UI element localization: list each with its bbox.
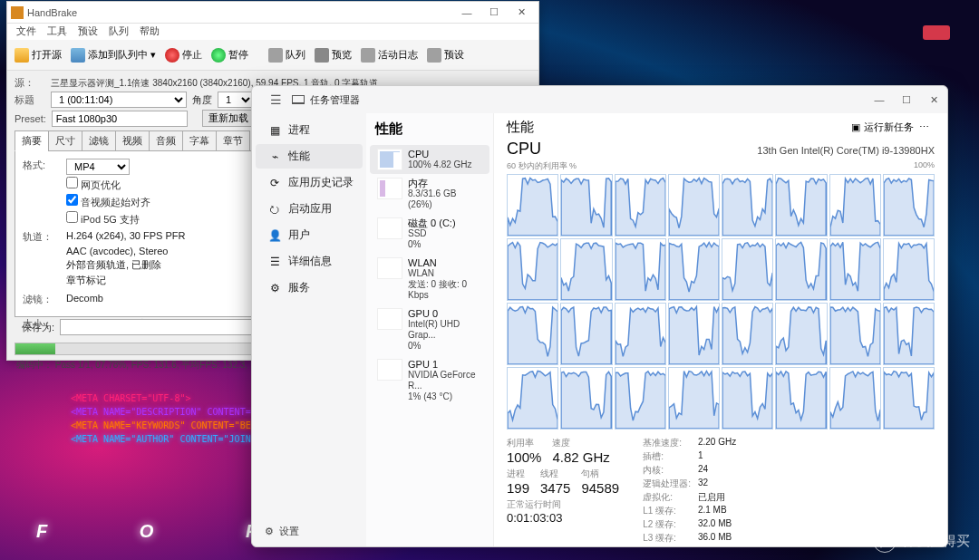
tb-open-source[interactable]: 打开源 — [11, 45, 65, 65]
format-label: 格式: — [23, 159, 66, 175]
hb-app-icon — [11, 6, 24, 19]
tb-stop[interactable]: 停止 — [161, 45, 206, 65]
perf-item-gpu-1[interactable]: GPU 1NVIDIA GeForce R...1% (43 °C) — [370, 355, 490, 406]
stat-util: 100% — [507, 449, 541, 465]
menu-tools[interactable]: 工具 — [42, 24, 73, 40]
tb-preset[interactable]: 预设 — [423, 45, 468, 65]
pause-icon — [211, 48, 226, 63]
cpu-core-cell — [883, 174, 935, 237]
legend-left: 60 秒内的利用率 % — [507, 160, 577, 172]
queue-add-icon — [71, 48, 85, 63]
services-icon: ⚙ — [268, 282, 281, 294]
cpu-core-cell — [615, 174, 666, 237]
main-title: 性能 — [507, 119, 851, 136]
saveas-label: 保存为: — [22, 321, 54, 334]
cpu-core-cell — [829, 303, 881, 365]
sidebar-item-settings[interactable]: ⚙设置 — [252, 519, 366, 543]
cpu-name: 13th Gen Intel(R) Core(TM) i9-13980HX — [757, 145, 935, 156]
perf-thumb-icon — [377, 217, 402, 239]
stat-proc: 199 — [507, 480, 529, 496]
tm-app-title: 任务管理器 — [310, 93, 360, 107]
tm-app-icon — [292, 95, 305, 104]
hb-toolbar: 打开源 添加到队列中▾ 停止 暂停 队列 预览 活动日志 预设 — [7, 40, 538, 71]
cpu-core-cell — [883, 367, 935, 430]
menu-queue[interactable]: 队列 — [103, 24, 134, 40]
folder-icon — [15, 48, 29, 63]
tb-pause[interactable]: 暂停 — [208, 45, 252, 65]
title-label: 标题 — [15, 93, 45, 107]
perf-item--[interactable]: 内存8.3/31.6 GB (26%) — [370, 174, 490, 214]
perf-item--0-c-[interactable]: 磁盘 0 (C:)SSD0% — [370, 214, 490, 254]
tab-summary[interactable]: 摘要 — [15, 130, 49, 151]
perf-item-cpu[interactable]: CPU100% 4.82 GHz — [370, 145, 490, 174]
cpu-core-cell — [668, 303, 720, 365]
tm-close-button[interactable]: ✕ — [920, 90, 947, 110]
sidebar-item-performance[interactable]: ⌁性能 — [256, 144, 363, 169]
preset-label: Preset: — [15, 113, 46, 124]
hamburger-icon[interactable]: ☰ — [259, 92, 292, 107]
tab-filters[interactable]: 滤镜 — [82, 130, 116, 151]
preset-input[interactable] — [52, 111, 188, 127]
track-1: AAC (avcodec), Stereo — [66, 246, 169, 256]
cpu-core-grid — [507, 174, 935, 430]
minimize-button[interactable]: — — [453, 3, 480, 23]
sidebar-item-processes[interactable]: ▦进程 — [256, 118, 363, 142]
perf-item-gpu-0[interactable]: GPU 0Intel(R) UHD Grap...0% — [370, 304, 490, 355]
preview-icon — [315, 48, 329, 63]
angle-select[interactable]: 1 — [218, 92, 254, 108]
format-select[interactable]: MP4 — [66, 159, 130, 175]
perf-thumb-icon — [377, 308, 402, 330]
tb-add-queue[interactable]: 添加到队列中▾ — [67, 45, 160, 65]
cpu-core-cell — [560, 238, 612, 301]
cpu-core-cell — [722, 174, 773, 237]
tm-minimize-button[interactable]: — — [866, 90, 893, 110]
processes-icon: ▦ — [268, 124, 281, 137]
sidebar-item-history[interactable]: ⟳应用历史记录 — [256, 170, 363, 195]
users-icon: 👤 — [268, 229, 281, 242]
chk-avalign[interactable]: 音视频起始对齐 — [66, 194, 150, 209]
menu-help[interactable]: 帮助 — [134, 24, 165, 40]
cpu-core-cell — [560, 174, 612, 237]
maximize-button[interactable]: ☐ — [480, 3, 508, 23]
tb-preview[interactable]: 预览 — [311, 45, 355, 65]
cpu-core-cell — [615, 367, 666, 430]
chk-ipod[interactable]: iPod 5G 支持 — [66, 211, 140, 227]
tb-queue[interactable]: 队列 — [265, 45, 309, 65]
close-button[interactable]: ✕ — [508, 3, 535, 23]
tab-dimensions[interactable]: 尺寸 — [48, 130, 82, 151]
more-button[interactable]: ⋯ — [914, 121, 935, 133]
tab-video[interactable]: 视频 — [115, 130, 150, 151]
sidebar-item-details[interactable]: ☰详细信息 — [256, 249, 363, 274]
menu-file[interactable]: 文件 — [11, 24, 42, 40]
tb-log[interactable]: 活动日志 — [357, 45, 422, 65]
hb-title: HandBrake — [27, 7, 453, 18]
tab-chapters[interactable]: 章节 — [216, 130, 250, 151]
reload-button[interactable]: 重新加载 — [202, 110, 255, 127]
cpu-core-cell — [883, 238, 935, 301]
sidebar-item-startup[interactable]: ⭮启动应用 — [256, 197, 363, 221]
cpu-core-cell — [722, 303, 773, 365]
angle-label: 角度 — [192, 93, 212, 107]
chk-web[interactable]: 网页优化 — [66, 177, 121, 192]
cpu-core-cell — [560, 303, 612, 365]
sidebar-item-services[interactable]: ⚙服务 — [256, 275, 363, 300]
cpu-stats: 利用率100% 速度4.82 GHz 进程199 线程3475 句柄94589 … — [507, 437, 935, 545]
tab-subtitles[interactable]: 字幕 — [182, 130, 217, 151]
menu-presets[interactable]: 预设 — [73, 24, 103, 40]
stat-speed: 4.82 GHz — [552, 449, 609, 465]
perf-item-wlan[interactable]: WLANWLAN发送: 0 接收: 0 Kbps — [370, 254, 490, 304]
legend-right: 100% — [914, 160, 935, 172]
hb-titlebar[interactable]: HandBrake — ☐ ✕ — [7, 2, 538, 24]
tm-maximize-button[interactable]: ☐ — [893, 90, 920, 110]
sidebar-item-users[interactable]: 👤用户 — [256, 223, 363, 247]
task-manager-window: ☰ 任务管理器 — ☐ ✕ ▦进程 ⌁性能 ⟳应用历史记录 ⭮启动应用 👤用户 … — [251, 85, 948, 547]
filters-label: 滤镜： — [23, 293, 66, 306]
title-select[interactable]: 1 (00:11:04) — [51, 92, 187, 108]
preset-icon — [427, 48, 441, 63]
track-0: H.264 (x264), 30 FPS PFR — [66, 230, 185, 244]
run-new-task-button[interactable]: ▣运行新任务 — [851, 121, 914, 134]
tm-titlebar[interactable]: ☰ 任务管理器 — ☐ ✕ — [252, 86, 947, 113]
tab-audio[interactable]: 音频 — [149, 130, 183, 151]
track-3: 章节标记 — [66, 274, 106, 287]
cpu-core-cell — [615, 303, 666, 365]
